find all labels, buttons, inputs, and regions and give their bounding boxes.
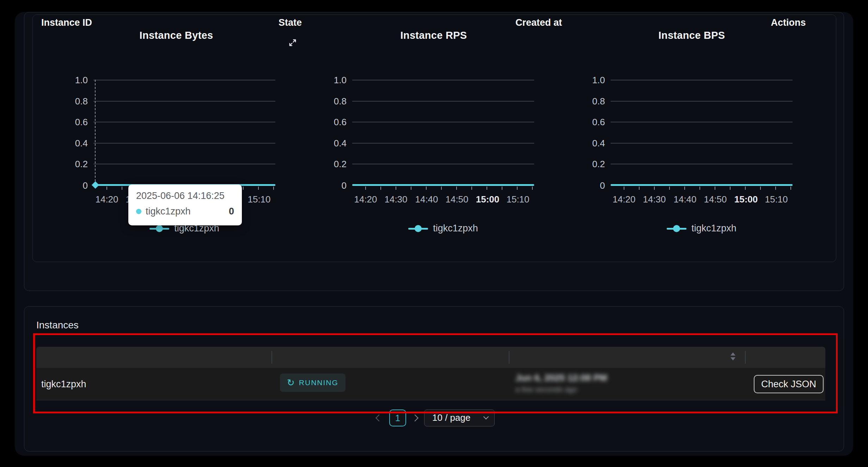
page-size-select[interactable]: 10 / page [424,410,495,426]
chart-title: Instance BPS [621,30,762,41]
gridline [352,101,534,102]
x-tick: 15:10 [765,194,788,205]
x-tick: 14:50 [445,194,468,205]
gridline [611,80,793,80]
y-tick: 0.4 [317,138,347,149]
legend-item[interactable]: tigkc1zpxh [649,223,754,234]
y-tick: 0 [317,180,347,191]
col-header-actions: Actions [764,12,813,33]
x-tick: 15:00 [476,194,500,205]
gridline [93,80,275,80]
gridline [93,101,275,102]
y-tick: 0 [575,180,605,191]
y-tick: 0.6 [58,117,88,128]
cell-instance-id: tigkc1zpxh [41,368,86,400]
x-tick: 14:20 [612,194,635,205]
instances-heading: Instances [36,320,79,331]
tooltip-timestamp: 2025-06-06 14:16:25 [136,190,234,201]
col-header-instance-id: Instance ID [41,12,92,33]
gridline [611,101,793,102]
x-tick: 14:30 [384,194,407,205]
x-tick: 15:00 [734,194,758,205]
chart-title: Instance Bytes [106,30,247,41]
crosshair-line [95,80,96,185]
x-axis-ticks [352,187,534,190]
x-tick: 14:50 [704,194,727,205]
y-tick: 0.8 [575,96,605,107]
legend-label: tigkc1zpxh [433,223,478,234]
gridline [611,143,793,144]
y-tick: 0.6 [575,117,605,128]
legend-line-marker [667,225,686,232]
refresh-icon: ↻ [287,378,295,387]
y-tick: 0.8 [317,96,347,107]
gridline [352,164,534,164]
tooltip-value: 0 [229,206,234,217]
gridline [93,122,275,122]
legend-label: tigkc1zpxh [691,223,736,234]
chart-title: Instance RPS [363,30,504,41]
x-tick: 14:30 [643,194,666,205]
column-divider [509,351,509,364]
sort-icon[interactable] [731,352,735,360]
page-number-button[interactable]: 1 [389,410,406,426]
legend-line-marker [149,225,169,232]
expand-icon[interactable] [287,37,299,49]
y-tick: 1.0 [58,75,88,86]
gridline [93,143,275,144]
charts-card: Instance Bytes 1.0 0.8 0.6 0.4 0.2 0 [24,12,844,291]
column-divider [745,351,746,364]
y-tick: 0.4 [575,138,605,149]
x-tick: 15:10 [506,194,529,205]
y-tick: 0.2 [58,159,88,170]
x-tick: 15:10 [247,194,270,205]
y-tick: 0.8 [58,96,88,107]
table-header [36,347,825,368]
page-size-value: 10 / page [432,412,470,423]
check-json-button[interactable]: Check JSON [754,375,824,393]
legend-line-marker [408,225,428,232]
x-tick: 14:40 [415,194,438,205]
tooltip-series-name: tigkc1zpxh [146,206,225,217]
y-tick: 1.0 [575,75,605,86]
table-row [36,368,825,400]
cell-created-at-line1: Jun 6, 2025 12:08 PM [515,372,607,383]
col-header-state: State [279,12,302,33]
gridline [93,164,275,164]
col-header-created-at[interactable]: Created at [515,12,562,33]
y-tick: 1.0 [317,75,347,86]
column-divider [271,351,272,364]
x-axis-labels: 14:20 14:30 14:40 14:50 15:00 15:10 [352,194,534,205]
series-color-dot [136,209,141,214]
legend-item[interactable]: tigkc1zpxh [390,223,496,234]
status-badge-label: RUNNING [299,378,338,387]
x-tick: 14:20 [95,194,118,205]
sort-descending-icon [731,357,735,360]
x-axis-ticks [611,187,793,190]
y-tick: 0.2 [317,159,347,170]
dashboard-page: Instance Bytes 1.0 0.8 0.6 0.4 0.2 0 [15,12,853,456]
gridline [352,143,534,144]
chevron-down-icon [483,414,489,420]
x-axis-labels: 14:20 14:30 14:40 14:50 15:00 15:10 [611,194,793,205]
status-badge: ↻ RUNNING [280,374,346,392]
sort-ascending-icon [731,352,735,356]
y-tick: 0 [58,180,88,191]
gridline [352,80,534,80]
gridline [611,122,793,122]
gridline [352,122,534,122]
x-tick: 14:20 [354,194,377,205]
series-line-zero [352,184,534,186]
y-tick: 0.2 [575,159,605,170]
series-line-zero [611,184,793,186]
charts-grid: Instance Bytes 1.0 0.8 0.6 0.4 0.2 0 [32,14,836,262]
chart-tooltip: 2025-06-06 14:16:25 tigkc1zpxh 0 [128,184,242,225]
x-tick: 14:40 [673,194,696,205]
y-tick: 0.4 [58,138,88,149]
gridline [611,164,793,164]
y-tick: 0.6 [317,117,347,128]
cell-created-at-line2: a few seconds ago [515,385,577,394]
